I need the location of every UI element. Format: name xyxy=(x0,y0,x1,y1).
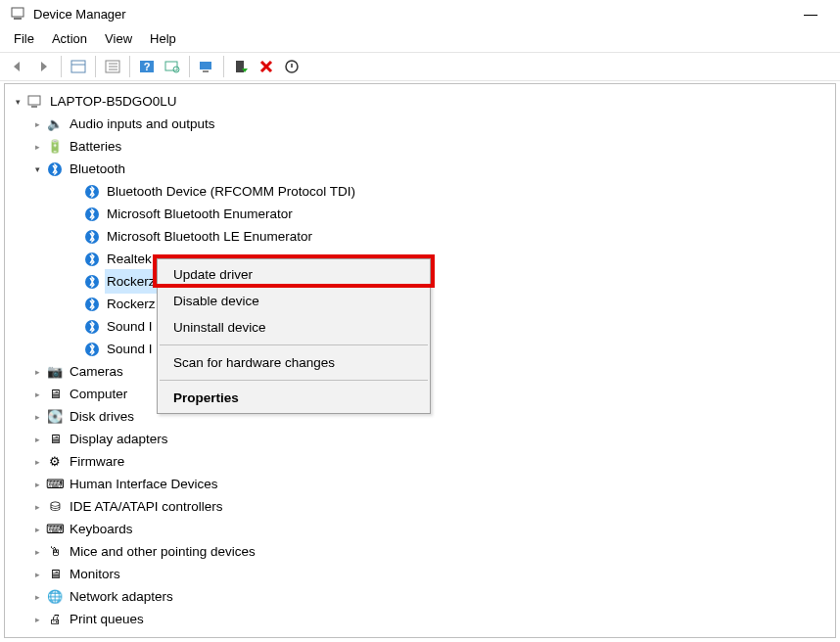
expand-icon[interactable] xyxy=(30,585,44,609)
tree-category[interactable]: ▣Processors xyxy=(9,630,831,638)
hid-icon: ⌨ xyxy=(46,476,64,493)
expand-icon[interactable] xyxy=(11,90,24,114)
bluetooth-icon xyxy=(83,341,101,358)
menubar: File Action View Help xyxy=(0,25,840,52)
expand-icon[interactable] xyxy=(30,135,44,159)
menu-action[interactable]: Action xyxy=(44,27,95,50)
svg-rect-17 xyxy=(31,106,37,108)
expand-icon[interactable] xyxy=(30,518,44,541)
help-icon[interactable]: ? xyxy=(134,55,160,78)
expand-icon[interactable] xyxy=(30,608,44,631)
tree-device[interactable]: Microsoft Bluetooth Enumerator xyxy=(9,203,831,225)
tree-category[interactable]: ⌨Keyboards xyxy=(9,518,831,540)
category-label: Disk drives xyxy=(68,404,136,429)
tree-category[interactable]: 🖥Display adapters xyxy=(9,428,831,450)
menu-view[interactable]: View xyxy=(97,27,140,50)
monitor-icon: 🖥 xyxy=(46,566,64,583)
mouse-icon: 🖱 xyxy=(46,543,64,561)
tree-device[interactable]: Bluetooth Device (RFCOMM Protocol TDI) xyxy=(9,180,831,203)
svg-rect-2 xyxy=(71,61,85,72)
context-menu-item[interactable]: Scan for hardware changes xyxy=(158,349,430,376)
bluetooth-icon xyxy=(83,183,101,201)
disk-icon: 💽 xyxy=(46,408,64,426)
expand-icon[interactable] xyxy=(30,428,44,451)
device-label: Bluetooth Device (RFCOMM Protocol TDI) xyxy=(105,179,357,204)
menu-file[interactable]: File xyxy=(6,27,42,50)
cpu-icon: ▣ xyxy=(46,633,64,639)
minimize-button[interactable]: — xyxy=(791,6,830,22)
keyboard-icon: ⌨ xyxy=(46,521,64,538)
svg-rect-10 xyxy=(165,62,177,70)
svg-rect-16 xyxy=(28,96,40,105)
expand-icon[interactable] xyxy=(30,630,44,639)
tree-category[interactable]: 🖨Print queues xyxy=(9,608,831,630)
network-icon: 🌐 xyxy=(46,588,64,606)
category-label: IDE ATA/ATAPI controllers xyxy=(68,494,225,519)
expand-icon[interactable] xyxy=(30,473,44,496)
svg-point-11 xyxy=(173,67,179,72)
context-menu-item[interactable]: Disable device xyxy=(158,288,430,314)
expand-icon[interactable] xyxy=(30,360,44,384)
category-label: Mice and other pointing devices xyxy=(68,539,257,564)
uninstall-icon[interactable] xyxy=(254,55,279,78)
tree-category[interactable]: 🖥Monitors xyxy=(9,563,831,585)
expand-icon[interactable] xyxy=(30,563,44,586)
expand-icon[interactable] xyxy=(30,540,44,564)
context-menu-item[interactable]: Update driver xyxy=(158,261,430,288)
bluetooth-icon xyxy=(83,273,101,291)
back-button[interactable] xyxy=(6,55,31,78)
titlebar: Device Manager — xyxy=(0,0,840,25)
tree-category[interactable]: Bluetooth xyxy=(9,158,831,180)
context-menu-item[interactable]: Uninstall device xyxy=(158,314,430,341)
update-driver-icon[interactable] xyxy=(194,55,219,78)
scan-hardware-icon[interactable] xyxy=(160,55,185,78)
computer-icon xyxy=(26,93,44,111)
menu-divider xyxy=(160,380,428,381)
context-menu-item[interactable]: Properties xyxy=(158,385,430,411)
expand-icon[interactable] xyxy=(30,450,44,474)
camera-icon: 📷 xyxy=(46,363,64,381)
device-label: Rockerz xyxy=(105,269,158,294)
svg-rect-0 xyxy=(12,8,23,17)
device-label: Rockerz xyxy=(105,292,158,316)
category-label: Batteries xyxy=(68,134,123,159)
expand-icon[interactable] xyxy=(30,113,44,136)
tree-category[interactable]: 🖱Mice and other pointing devices xyxy=(9,540,831,563)
toolbar: ? xyxy=(0,52,840,81)
category-label: Human Interface Devices xyxy=(68,472,220,496)
expand-icon[interactable] xyxy=(30,383,44,406)
category-label: Bluetooth xyxy=(68,157,127,181)
expand-icon[interactable] xyxy=(30,405,44,429)
tree-category[interactable]: ⌨Human Interface Devices xyxy=(9,473,831,495)
tree-category[interactable]: ⚙Firmware xyxy=(9,450,831,473)
expand-icon[interactable] xyxy=(30,158,44,181)
tree-device[interactable]: Microsoft Bluetooth LE Enumerator xyxy=(9,225,831,248)
forward-button[interactable] xyxy=(31,55,57,78)
device-label: Microsoft Bluetooth LE Enumerator xyxy=(105,224,314,249)
show-hidden-icon[interactable] xyxy=(66,55,91,78)
computer-icon: 🖥 xyxy=(46,386,64,403)
category-label: Computer xyxy=(68,382,129,406)
svg-rect-13 xyxy=(203,70,209,72)
category-label: Print queues xyxy=(68,607,146,631)
category-label: Monitors xyxy=(68,562,122,586)
app-icon xyxy=(10,6,25,22)
disable-device-icon[interactable] xyxy=(279,55,304,78)
tree-category[interactable]: 🔋Batteries xyxy=(9,135,831,158)
device-label: Microsoft Bluetooth Enumerator xyxy=(105,202,295,226)
menu-help[interactable]: Help xyxy=(142,27,184,50)
svg-rect-14 xyxy=(236,61,244,72)
tree-root[interactable]: LAPTOP-B5DGO0LU xyxy=(9,90,831,113)
tree-category[interactable]: ⛁IDE ATA/ATAPI controllers xyxy=(9,495,831,518)
tree-category[interactable]: 🌐Network adapters xyxy=(9,585,831,608)
enable-device-icon[interactable] xyxy=(228,55,254,78)
properties-icon[interactable] xyxy=(100,55,125,78)
bluetooth-icon xyxy=(83,251,101,268)
expand-icon[interactable] xyxy=(30,495,44,519)
category-label: Display adapters xyxy=(68,427,170,451)
tree-category[interactable]: 🔈Audio inputs and outputs xyxy=(9,113,831,135)
tree-pane[interactable]: LAPTOP-B5DGO0LU🔈Audio inputs and outputs… xyxy=(4,83,836,638)
svg-text:?: ? xyxy=(144,61,151,72)
speaker-icon: 🔈 xyxy=(46,115,64,133)
svg-rect-1 xyxy=(14,18,22,20)
